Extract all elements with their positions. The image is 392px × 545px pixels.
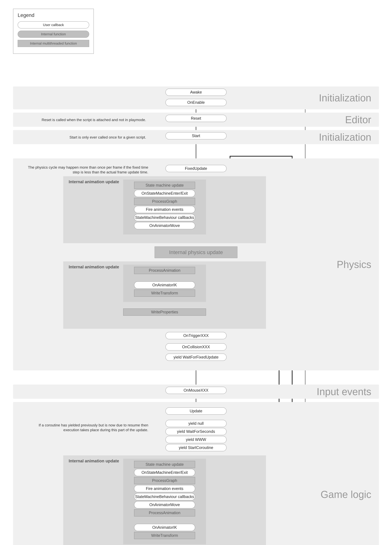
note-physics: The physics cycle may happen more than o… (22, 165, 148, 174)
node-writetransform: WriteTransform (134, 532, 195, 539)
node-processanimation: ProcessAnimation (134, 267, 195, 274)
node-awake: Awake (166, 89, 226, 96)
node-update: Update (166, 408, 226, 415)
legend-user-callback: User callback (18, 21, 89, 28)
section-editor: Editor Reset is called when the script i… (13, 113, 379, 127)
lifecycle-diagram: Initialization Awake OnEnable Editor Res… (13, 87, 379, 545)
node-onanimatorik: OnAnimatorIK (134, 281, 195, 289)
legend-internal-function: Internal function (18, 31, 89, 38)
node-onanimatormove: OnAnimatorMove (134, 222, 195, 229)
node-onenable: OnEnable (166, 99, 226, 106)
section-title: Game logic (321, 489, 371, 500)
node-onanimatorik: OnAnimatorIK (134, 524, 195, 531)
node-state-machine-update: State machine update (134, 461, 195, 468)
node-yield-null: yield null (166, 420, 226, 427)
node-state-machine-update: State machine update (134, 182, 195, 189)
node-processgraph: ProcessGraph (134, 198, 195, 205)
node-smb-callbacks: StateMachineBehaviour callbacks (134, 214, 195, 221)
node-onstatemachine-enter-exit: OnStateMachineEnter/Exit (134, 190, 195, 197)
legend-title: Legend (18, 12, 89, 18)
node-yield-waitforseconds: yield WaitForSeconds (166, 428, 226, 435)
node-ontrigger: OnTriggerXXX (166, 332, 226, 339)
node-fixedupdate: FixedUpdate (166, 165, 226, 172)
section-title: Initialization (319, 92, 371, 104)
note-start: Start is only ever called once for a giv… (26, 135, 146, 140)
section-initialization-2: Initialization Start is only ever called… (13, 130, 379, 144)
node-writeproperties: WriteProperties (123, 309, 206, 316)
note-reset: Reset is called when the script is attac… (26, 118, 146, 122)
section-title: Editor (345, 114, 371, 125)
section-input-events: Input events OnMouseXXX (13, 384, 379, 399)
anim-block-title: Internal animation update (69, 265, 119, 269)
note-coroutine: If a coroutine has yielded previously bu… (22, 423, 148, 432)
legend-internal-multithreaded: Internal multithreaded function (18, 40, 89, 47)
node-internal-physics-update: Internal physics update (155, 247, 237, 258)
anim-block-title: Internal animation update (69, 459, 119, 463)
node-oncollision: OnCollisionXXX (166, 343, 226, 351)
node-smb-callbacks: StateMachineBehaviour callbacks (134, 493, 195, 500)
physics-anim-block-1: Internal animation update State machine … (63, 176, 266, 243)
section-title: Physics (337, 259, 371, 270)
node-fire-animation-events: Fire animation events (134, 485, 195, 492)
node-onanimatormove: OnAnimatorMove (134, 501, 195, 508)
legend-box: Legend User callback Internal function I… (13, 9, 94, 54)
node-reset: Reset (166, 115, 226, 122)
node-yield-www: yield WWW (166, 436, 226, 443)
section-title: Input events (317, 386, 371, 397)
node-fire-animation-events: Fire animation events (134, 206, 195, 213)
node-start: Start (166, 132, 226, 139)
node-processanimation: ProcessAnimation (134, 509, 195, 516)
node-yield-startcoroutine: yield StartCoroutine (166, 444, 226, 451)
node-onstatemachine-enter-exit: OnStateMachineEnter/Exit (134, 469, 195, 476)
section-initialization-1: Initialization Awake OnEnable (13, 87, 379, 109)
section-physics: Physics The physics cycle may happen mor… (13, 158, 379, 370)
node-yield-waitforfixedupdate: yield WaitForFixedUpdate (166, 353, 226, 361)
node-writetransform: WriteTransform (134, 290, 195, 297)
anim-block-title: Internal animation update (69, 180, 119, 184)
gamelogic-anim-block: Internal animation update State machine … (63, 455, 266, 545)
node-processgraph: ProcessGraph (134, 477, 195, 484)
node-onmouse: OnMouseXXX (166, 387, 226, 394)
section-title: Initialization (319, 131, 371, 143)
physics-anim-block-2: Internal animation update ProcessAnimati… (63, 261, 266, 329)
section-game-logic: Game logic Update yield null yield WaitF… (13, 402, 379, 545)
